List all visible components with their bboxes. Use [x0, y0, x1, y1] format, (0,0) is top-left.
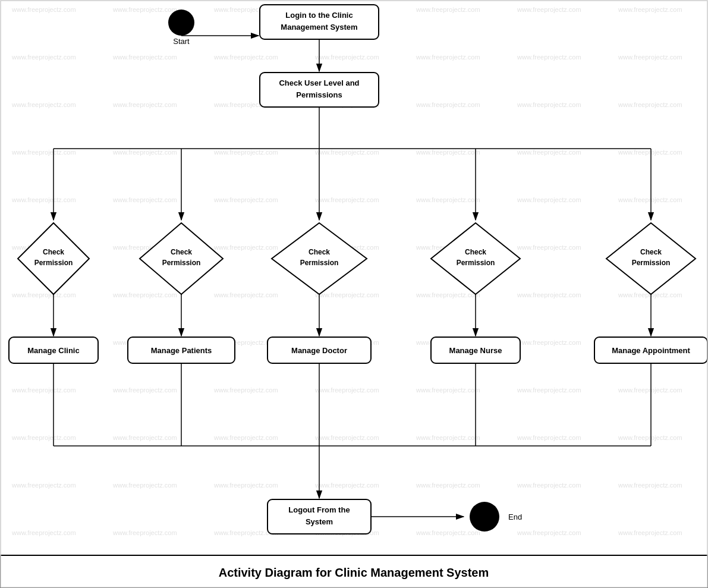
svg-text:www.freeprojectz.com: www.freeprojectz.com: [517, 244, 581, 251]
svg-text:www.freeprojectz.com: www.freeprojectz.com: [112, 291, 177, 298]
logout-label-1: Logout From the: [288, 505, 350, 514]
diagram-container: www.freeprojectz.com www.freeprojectz.co…: [0, 0, 708, 588]
svg-text:www.freeprojectz.com: www.freeprojectz.com: [11, 386, 76, 394]
svg-text:www.freeprojectz.com: www.freeprojectz.com: [517, 434, 581, 441]
svg-text:www.freeprojectz.com: www.freeprojectz.com: [112, 196, 177, 203]
svg-text:www.freeprojectz.com: www.freeprojectz.com: [213, 386, 278, 394]
login-label-1: Login to the Clinic: [285, 11, 353, 20]
diamond-2-label-1: Check: [171, 248, 192, 256]
svg-text:www.freeprojectz.com: www.freeprojectz.com: [416, 482, 480, 489]
svg-text:www.freeprojectz.com: www.freeprojectz.com: [416, 149, 480, 156]
svg-text:www.freeprojectz.com: www.freeprojectz.com: [618, 6, 682, 13]
svg-text:www.freeprojectz.com: www.freeprojectz.com: [11, 101, 76, 108]
manage-clinic-label: Manage Clinic: [27, 346, 79, 355]
svg-text:www.freeprojectz.com: www.freeprojectz.com: [213, 149, 278, 156]
svg-text:www.freeprojectz.com: www.freeprojectz.com: [213, 482, 278, 489]
check-user-level-box: [260, 73, 379, 107]
svg-text:www.freeprojectz.com: www.freeprojectz.com: [112, 482, 177, 489]
login-label-2: Management System: [281, 23, 357, 32]
start-circle: [168, 10, 194, 36]
diamond-2-label-2: Permission: [162, 259, 201, 267]
svg-text:www.freeprojectz.com: www.freeprojectz.com: [112, 54, 177, 61]
svg-text:www.freeprojectz.com: www.freeprojectz.com: [11, 54, 76, 61]
diamond-5-label-2: Permission: [632, 259, 671, 267]
svg-text:www.freeprojectz.com: www.freeprojectz.com: [416, 54, 480, 61]
activity-diagram-svg: www.freeprojectz.com www.freeprojectz.co…: [0, 0, 708, 588]
svg-text:www.freeprojectz.com: www.freeprojectz.com: [112, 386, 177, 394]
svg-text:www.freeprojectz.com: www.freeprojectz.com: [517, 482, 581, 489]
diamond-1-label-2: Permission: [34, 259, 73, 267]
diamond-3-label-2: Permission: [300, 259, 339, 267]
svg-text:www.freeprojectz.com: www.freeprojectz.com: [416, 291, 480, 298]
svg-text:www.freeprojectz.com: www.freeprojectz.com: [618, 529, 682, 536]
diamond-3-label-1: Check: [309, 248, 330, 256]
svg-text:www.freeprojectz.com: www.freeprojectz.com: [11, 291, 76, 298]
login-box: [260, 5, 379, 39]
manage-doctor-label: Manage Doctor: [291, 346, 347, 355]
svg-text:www.freeprojectz.com: www.freeprojectz.com: [112, 101, 177, 108]
svg-text:www.freeprojectz.com: www.freeprojectz.com: [618, 386, 682, 394]
start-label: Start: [173, 37, 190, 46]
svg-text:www.freeprojectz.com: www.freeprojectz.com: [517, 196, 581, 203]
svg-text:www.freeprojectz.com: www.freeprojectz.com: [517, 54, 581, 61]
diagram-title: Activity Diagram for Clinic Management S…: [219, 566, 489, 579]
svg-text:www.freeprojectz.com: www.freeprojectz.com: [517, 339, 581, 346]
svg-text:www.freeprojectz.com: www.freeprojectz.com: [314, 386, 379, 394]
svg-text:www.freeprojectz.com: www.freeprojectz.com: [112, 434, 177, 441]
manage-nurse-label: Manage Nurse: [449, 346, 502, 355]
svg-text:www.freeprojectz.com: www.freeprojectz.com: [416, 101, 480, 108]
svg-text:www.freeprojectz.com: www.freeprojectz.com: [112, 6, 177, 13]
svg-text:www.freeprojectz.com: www.freeprojectz.com: [618, 482, 682, 489]
svg-text:www.freeprojectz.com: www.freeprojectz.com: [517, 6, 581, 13]
svg-text:www.freeprojectz.com: www.freeprojectz.com: [112, 529, 177, 536]
svg-text:www.freeprojectz.com: www.freeprojectz.com: [517, 529, 581, 536]
svg-text:www.freeprojectz.com: www.freeprojectz.com: [618, 54, 682, 61]
svg-text:www.freeprojectz.com: www.freeprojectz.com: [416, 386, 480, 394]
check-user-label-2: Permissions: [296, 90, 342, 99]
svg-text:www.freeprojectz.com: www.freeprojectz.com: [11, 482, 76, 489]
svg-text:www.freeprojectz.com: www.freeprojectz.com: [517, 291, 581, 298]
svg-text:www.freeprojectz.com: www.freeprojectz.com: [618, 101, 682, 108]
svg-text:www.freeprojectz.com: www.freeprojectz.com: [618, 196, 682, 203]
end-circle: [470, 502, 499, 532]
svg-text:www.freeprojectz.com: www.freeprojectz.com: [416, 6, 480, 13]
diamond-4-label-1: Check: [465, 248, 486, 256]
svg-text:www.freeprojectz.com: www.freeprojectz.com: [11, 196, 76, 203]
svg-text:www.freeprojectz.com: www.freeprojectz.com: [314, 482, 379, 489]
check-user-label-1: Check User Level and: [279, 78, 359, 87]
diamond-5-label-1: Check: [640, 248, 662, 256]
svg-text:www.freeprojectz.com: www.freeprojectz.com: [314, 54, 379, 61]
diamond-4-label-2: Permission: [457, 259, 495, 267]
svg-text:www.freeprojectz.com: www.freeprojectz.com: [213, 244, 278, 251]
svg-text:www.freeprojectz.com: www.freeprojectz.com: [213, 196, 278, 203]
svg-text:www.freeprojectz.com: www.freeprojectz.com: [213, 54, 278, 61]
logout-label-2: System: [306, 517, 333, 526]
svg-text:www.freeprojectz.com: www.freeprojectz.com: [112, 149, 177, 156]
svg-text:www.freeprojectz.com: www.freeprojectz.com: [11, 6, 76, 13]
svg-text:www.freeprojectz.com: www.freeprojectz.com: [618, 149, 682, 156]
svg-text:www.freeprojectz.com: www.freeprojectz.com: [416, 434, 480, 441]
svg-text:www.freeprojectz.com: www.freeprojectz.com: [213, 291, 278, 298]
manage-patients-label: Manage Patients: [151, 346, 212, 355]
svg-text:www.freeprojectz.com: www.freeprojectz.com: [11, 149, 76, 156]
svg-text:www.freeprojectz.com: www.freeprojectz.com: [517, 149, 581, 156]
svg-text:www.freeprojectz.com: www.freeprojectz.com: [517, 386, 581, 394]
manage-appointment-label: Manage Appointment: [612, 346, 690, 355]
svg-text:www.freeprojectz.com: www.freeprojectz.com: [11, 434, 76, 441]
svg-text:www.freeprojectz.com: www.freeprojectz.com: [314, 434, 379, 441]
diamond-1-label-1: Check: [43, 248, 64, 256]
svg-text:www.freeprojectz.com: www.freeprojectz.com: [314, 291, 379, 298]
svg-text:www.freeprojectz.com: www.freeprojectz.com: [517, 101, 581, 108]
svg-text:www.freeprojectz.com: www.freeprojectz.com: [416, 196, 480, 203]
end-label: End: [508, 512, 522, 521]
svg-text:www.freeprojectz.com: www.freeprojectz.com: [416, 529, 480, 536]
svg-text:www.freeprojectz.com: www.freeprojectz.com: [314, 149, 379, 156]
svg-text:www.freeprojectz.com: www.freeprojectz.com: [314, 196, 379, 203]
logout-box: [268, 499, 371, 534]
svg-text:www.freeprojectz.com: www.freeprojectz.com: [11, 529, 76, 536]
svg-text:www.freeprojectz.com: www.freeprojectz.com: [213, 434, 278, 441]
svg-text:www.freeprojectz.com: www.freeprojectz.com: [618, 434, 682, 441]
